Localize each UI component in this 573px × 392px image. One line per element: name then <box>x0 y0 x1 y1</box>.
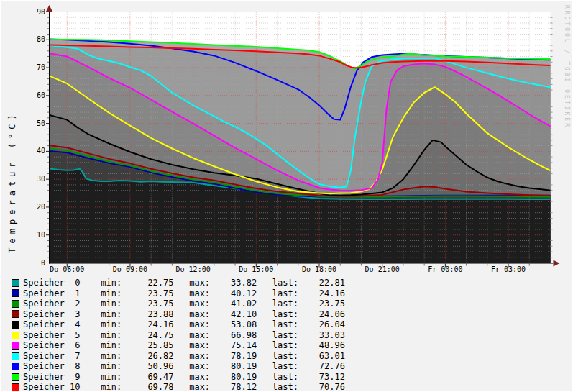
y-tick-label: 20 <box>16 203 45 211</box>
x-tick-label: Do 15:00 <box>234 265 278 274</box>
legend-row: Speicher 5 min: 24.75 max: 66.98 last: 3… <box>12 330 345 341</box>
y-tick-label: 40 <box>16 147 45 155</box>
y-tick-label: 0 <box>16 259 45 268</box>
legend-entry-text: Speicher 10 min: 69.78 max: 78.12 last: … <box>23 382 345 391</box>
rrdtool-watermark: RRDTOOL / TOBI OETIKER <box>564 5 570 170</box>
x-tick-label: Do 21:00 <box>360 265 405 274</box>
y-tick-label: 30 <box>16 175 45 183</box>
legend-color-swatch <box>12 289 19 297</box>
x-tick-label: Do 06:00 <box>45 265 89 274</box>
legend-row: Speicher 0 min: 22.75 max: 33.82 last: 2… <box>12 278 345 288</box>
legend-color-swatch <box>12 310 19 318</box>
y-tick-label: 70 <box>16 63 45 72</box>
legend-entry-text: Speicher 1 min: 23.75 max: 40.12 last: 2… <box>23 288 345 299</box>
legend-color-swatch <box>12 342 19 350</box>
y-tick-label: 60 <box>16 91 45 100</box>
legend-row: Speicher 6 min: 25.85 max: 75.14 last: 4… <box>12 340 345 351</box>
legend-entry-text: Speicher 0 min: 22.75 max: 33.82 last: 2… <box>23 278 345 288</box>
x-tick-label: Fr 00:00 <box>423 265 467 274</box>
legend-entry-text: Speicher 6 min: 25.85 max: 75.14 last: 4… <box>23 340 345 351</box>
legend-color-swatch <box>12 300 19 308</box>
legend-entry-text: Speicher 2 min: 23.75 max: 41.02 last: 2… <box>23 298 345 309</box>
legend-row: Speicher 9 min: 69.47 max: 80.19 last: 7… <box>12 372 345 383</box>
legend-entry-text: Speicher 4 min: 24.16 max: 53.08 last: 2… <box>23 319 345 330</box>
legend-color-swatch <box>12 332 19 339</box>
legend-row: Speicher 10 min: 69.78 max: 78.12 last: … <box>12 382 345 391</box>
x-axis-arrow-icon <box>554 260 560 267</box>
temperature-chart <box>1 1 572 275</box>
x-tick-label: Fr 03:00 <box>486 265 531 274</box>
legend-row: Speicher 4 min: 24.16 max: 53.08 last: 2… <box>12 319 345 330</box>
y-tick-label: 80 <box>16 35 45 44</box>
x-tick-label: Do 12:00 <box>171 265 216 274</box>
legend-row: Speicher 1 min: 23.75 max: 40.12 last: 2… <box>12 288 345 299</box>
legend-row: Speicher 7 min: 26.82 max: 78.19 last: 6… <box>12 351 345 362</box>
y-tick-label: 90 <box>16 8 45 17</box>
legend-color-swatch <box>12 363 19 370</box>
legend-entry-text: Speicher 8 min: 50.96 max: 80.19 last: 7… <box>23 361 345 372</box>
y-tick-label: 50 <box>16 119 45 128</box>
legend-row: Speicher 3 min: 23.88 max: 42.10 last: 2… <box>12 309 345 320</box>
x-tick-label: Do 18:00 <box>297 265 341 274</box>
y-tick-label: 10 <box>16 231 45 240</box>
legend: Speicher 0 min: 22.75 max: 33.82 last: 2… <box>12 278 345 391</box>
legend-color-swatch <box>12 352 19 360</box>
legend-row: Speicher 8 min: 50.96 max: 80.19 last: 7… <box>12 361 345 372</box>
rrdtool-graph-frame: Temperatur (°C) 0102030405060708090 Do 0… <box>1 1 572 391</box>
legend-entry-text: Speicher 5 min: 24.75 max: 66.98 last: 3… <box>23 330 345 341</box>
x-tick-label: Do 09:00 <box>108 265 152 274</box>
legend-color-swatch <box>12 373 19 381</box>
legend-color-swatch <box>12 383 19 391</box>
legend-row: Speicher 2 min: 23.75 max: 41.02 last: 2… <box>12 298 345 309</box>
legend-entry-text: Speicher 9 min: 69.47 max: 80.19 last: 7… <box>23 372 345 383</box>
y-axis-arrow-icon <box>46 5 52 12</box>
legend-entry-text: Speicher 3 min: 23.88 max: 42.10 last: 2… <box>23 309 345 320</box>
legend-color-swatch <box>12 321 19 329</box>
legend-color-swatch <box>12 279 19 287</box>
legend-entry-text: Speicher 7 min: 26.82 max: 78.19 last: 6… <box>23 351 345 362</box>
